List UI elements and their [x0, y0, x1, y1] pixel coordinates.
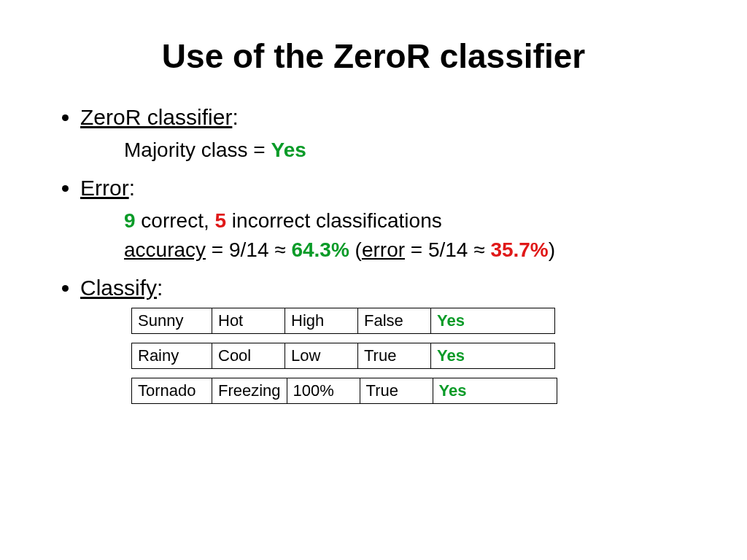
table-row: Sunny Hot High False Yes — [131, 308, 555, 334]
cell-humidity: High — [285, 308, 358, 333]
error-value: 35.7% — [490, 238, 548, 261]
t-incorrect: incorrect classifications — [226, 209, 442, 232]
cell-windy: True — [358, 343, 431, 368]
bullet-error-head: Error — [80, 176, 129, 200]
t-correct: correct, — [136, 209, 215, 232]
table-row: Rainy Cool Low True Yes — [131, 343, 555, 369]
slide: Use of the ZeroR classifier ZeroR classi… — [0, 0, 747, 560]
cell-windy: True — [360, 378, 433, 403]
bullet-classify-colon: : — [157, 276, 163, 300]
error-word: error — [362, 238, 405, 261]
cell-temp: Freezing — [212, 378, 287, 403]
accuracy-eq: = 9/14 ≈ — [206, 238, 291, 261]
bullet-error-colon: : — [129, 176, 135, 200]
n-correct: 9 — [124, 209, 136, 232]
bullet-classify: Classify: — [80, 276, 703, 300]
paren-open: ( — [349, 238, 362, 261]
cell-humidity: 100% — [287, 378, 360, 403]
cell-class: Yes — [437, 346, 465, 365]
majority-value: Yes — [271, 139, 306, 161]
error-eq: = 5/14 ≈ — [405, 238, 490, 261]
cell-outlook: Sunny — [132, 308, 212, 333]
bullet-zeror-colon: : — [232, 105, 238, 129]
cell-outlook: Rainy — [132, 343, 212, 368]
bullet-error-sub: 9 correct, 5 incorrect classifications a… — [124, 206, 703, 265]
cell-outlook: Tornado — [132, 378, 212, 403]
accuracy-value: 64.3% — [291, 238, 349, 261]
n-incorrect: 5 — [215, 209, 227, 232]
cell-temp: Hot — [212, 308, 285, 333]
classify-tables: Sunny Hot High False Yes Rainy Cool Low … — [131, 308, 703, 404]
accuracy-word: accuracy — [124, 238, 206, 261]
slide-title: Use of the ZeroR classifier — [44, 36, 703, 76]
bullet-error: Error: 9 correct, 5 incorrect classifica… — [80, 176, 703, 265]
cell-class: Yes — [437, 311, 465, 330]
bullet-list: ZeroR classifier: Majority class = Yes E… — [44, 105, 703, 300]
cell-humidity: Low — [285, 343, 358, 368]
table-row: Tornado Freezing 100% True Yes — [131, 378, 557, 404]
paren-close: ) — [549, 238, 555, 261]
cell-class: Yes — [439, 381, 467, 400]
bullet-classify-head: Classify — [80, 276, 157, 300]
cell-temp: Cool — [212, 343, 285, 368]
bullet-zeror: ZeroR classifier: Majority class = Yes — [80, 105, 703, 166]
bullet-zeror-sub: Majority class = Yes — [124, 136, 703, 166]
bullet-zeror-head: ZeroR classifier — [80, 105, 232, 129]
majority-prefix: Majority class = — [124, 139, 271, 161]
cell-windy: False — [358, 308, 431, 333]
